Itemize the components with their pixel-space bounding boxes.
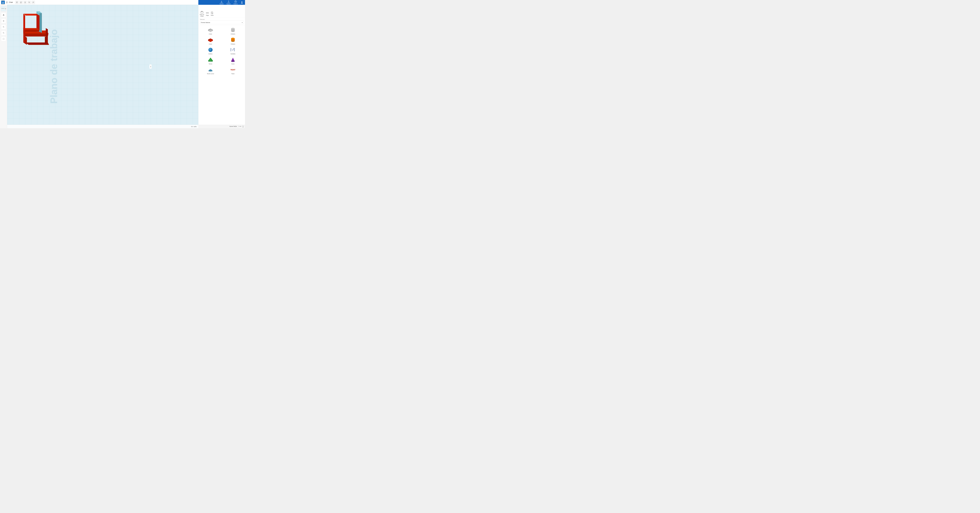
dropdown-arrow-icon: ▾ [242, 22, 243, 23]
svg-point-77 [208, 48, 213, 52]
home-view-button[interactable] [1, 13, 6, 18]
new-button[interactable] [15, 1, 19, 4]
shape-techo-curvo[interactable]: Techo curvo [200, 67, 221, 75]
page-title: Chair [9, 2, 13, 3]
svg-text:TEXT: TEXT [231, 69, 235, 71]
workplane-tool-button[interactable]: Plano detrabajo [200, 11, 204, 17]
shape-cilindro-gray[interactable]: Cilindro [222, 27, 243, 36]
svg-rect-41 [201, 12, 203, 13]
svg-line-20 [4, 33, 4, 34]
importar-label: Importar [220, 3, 224, 4]
collapse-panel-button[interactable]: ❯ [150, 64, 152, 69]
tinkercad-section: Tinkercad Formas básicas ▾ [198, 18, 245, 25]
grid-label: Ed. rejilla [191, 126, 197, 127]
svg-rect-11 [5, 8, 6, 9]
ruler-label: Regla [206, 15, 209, 16]
svg-point-76 [231, 38, 235, 39]
right-panel: Plano detrabajo Regla [198, 5, 245, 128]
menu-icon[interactable]: ☰ [6, 1, 8, 3]
grid-value[interactable]: 1 mm [238, 126, 242, 127]
shape-cilindro-gray-label: Cilindro [231, 33, 235, 35]
shape-cubo-gray[interactable]: Cubo [200, 27, 221, 36]
rotate-view-button[interactable] [1, 19, 6, 24]
shape-texto-label: Texto [231, 73, 234, 75]
shape-scribble[interactable]: Scribble [222, 47, 243, 56]
shape-scribble-label: Scribble [231, 53, 235, 55]
adjust-grid-bar: Ajustar Rejilla 1 mm ▲▼ [198, 125, 245, 128]
adjust-grid-control[interactable]: 1 mm ▲▼ [238, 125, 243, 128]
svg-point-8 [242, 2, 242, 3]
svg-text:CAD: CAD [2, 3, 4, 4]
copy-button[interactable] [19, 1, 23, 4]
svg-marker-37 [46, 28, 48, 45]
logo: TIN KER CAD [1, 0, 5, 4]
shape-techo-green[interactable]: Techo [200, 56, 221, 65]
right-top-bar: Importar Exportar Enviar a [198, 0, 245, 5]
shape-cono-label: Cono [231, 63, 234, 65]
workplane-label: Plano detrabajo [200, 14, 204, 17]
exportar-button[interactable]: Exportar [227, 0, 231, 4]
shape-esfera-label: Esfera [208, 53, 212, 55]
adjust-grid-label: Ajustar Rejilla [229, 126, 237, 127]
shape-cono-purple[interactable]: Cono [222, 56, 243, 65]
shapes-dropdown[interactable]: Formas básicas ▾ [200, 21, 243, 24]
view-thumbnail[interactable]: SUPERIOR [1, 6, 6, 11]
shape-cubo-gray-label: Cubo [209, 33, 212, 35]
zoom-out-button[interactable] [1, 30, 6, 35]
shape-cilindro-orange-label: Cilindro [231, 43, 235, 45]
shape-cubo-red-label: Cubo [209, 43, 212, 45]
notes-tool-button[interactable]: Notes [211, 11, 214, 16]
undo-button[interactable] [27, 1, 31, 4]
viewport-bottom-bar: Ed. rejilla [7, 125, 198, 128]
zoom-in-button[interactable] [1, 25, 6, 29]
svg-point-64 [231, 28, 235, 29]
enviar-label: Enviar a [234, 3, 238, 4]
svg-marker-34 [25, 30, 40, 32]
notes-label: Notes [211, 15, 214, 16]
svg-marker-28 [25, 33, 49, 37]
svg-line-43 [201, 11, 202, 12]
svg-point-84 [208, 70, 213, 72]
enviar-button[interactable]: Enviar a [234, 0, 238, 4]
profile-button[interactable] [241, 1, 243, 4]
svg-rect-44 [206, 13, 208, 13]
svg-marker-25 [25, 37, 27, 45]
shapes-dropdown-label: Formas básicas [201, 22, 210, 24]
shape-cilindro-orange[interactable]: Cilindro [222, 37, 243, 45]
grid-stepper-icon[interactable]: ▲▼ [243, 125, 243, 128]
svg-point-83 [231, 61, 235, 62]
delete-button[interactable] [24, 1, 27, 4]
thumbnail-label: SUPERIOR [1, 8, 5, 10]
shapes-grid: Cubo Cilindro [198, 25, 245, 77]
fit-view-button[interactable] [1, 37, 6, 41]
left-panel: SUPERIOR [0, 5, 7, 128]
shape-techo-curvo-label: Techo curvo [207, 73, 214, 75]
toolbar-center [15, 1, 35, 4]
svg-rect-50 [211, 12, 213, 14]
redo-button[interactable] [32, 1, 35, 4]
svg-marker-40 [37, 14, 40, 30]
importar-button[interactable]: Importar [220, 0, 224, 4]
svg-line-17 [4, 27, 4, 28]
chair-3d-model [13, 8, 61, 50]
panel-toolbar: Plano detrabajo Regla [198, 10, 245, 18]
shape-techo-label: Techo [208, 63, 212, 65]
shape-esfera-blue[interactable]: Esfera [200, 47, 221, 56]
svg-marker-39 [24, 14, 25, 30]
exportar-label: Exportar [227, 3, 231, 4]
shape-texto[interactable]: TEXT TEXT Texto [222, 67, 243, 75]
tinkercad-label: Tinkercad [200, 19, 243, 20]
ruler-tool-button[interactable]: Regla [206, 11, 209, 16]
svg-rect-6 [21, 2, 22, 3]
shape-cubo-red[interactable]: Cubo [200, 37, 221, 45]
viewport[interactable]: Plano de trabajo [7, 5, 198, 128]
svg-marker-31 [40, 11, 42, 33]
main-layout: SUPERIOR [0, 5, 245, 128]
